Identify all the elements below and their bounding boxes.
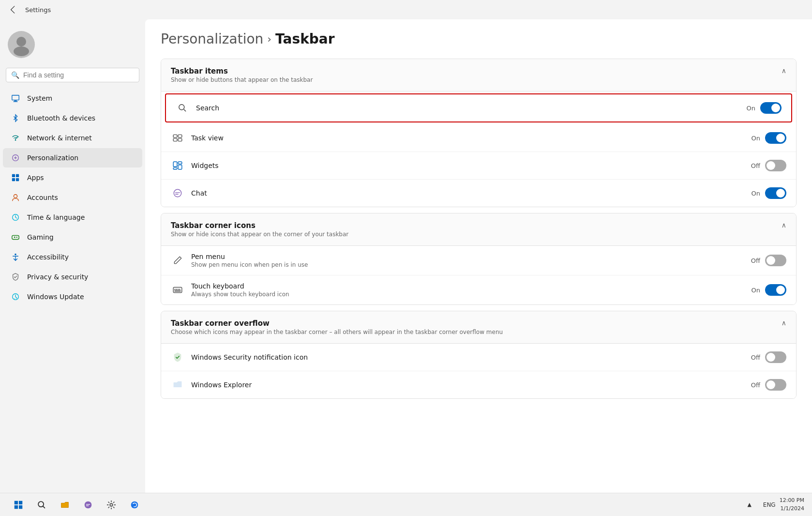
bluetooth-icon [11, 113, 20, 123]
sidebar: 🔍 System Bluetooth & devices [0, 19, 145, 493]
svg-rect-19 [178, 135, 182, 137]
svg-rect-31 [179, 289, 180, 290]
windows-taskbar: ▲ ENG 12:00 PM 1/1/2024 [0, 493, 812, 516]
taskbar-right: ▲ ENG 12:00 PM 1/1/2024 [740, 495, 804, 515]
sidebar-item-update[interactable]: Windows Update [3, 287, 142, 306]
sidebar-item-gaming[interactable]: Gaming [3, 228, 142, 247]
taskbar-settings-button[interactable] [101, 494, 122, 516]
setting-row-taskview: Task view On [161, 124, 796, 152]
sidebar-label-bluetooth: Bluetooth & devices [27, 114, 95, 122]
taskbar-chat-button[interactable] [77, 494, 99, 516]
setting-row-explorer: Windows Explorer Off [161, 371, 796, 398]
svg-rect-21 [178, 138, 182, 141]
search-input[interactable] [23, 71, 134, 79]
sidebar-label-personalization: Personalization [27, 154, 78, 162]
svg-point-17 [179, 105, 184, 110]
section-taskbar-items-chevron[interactable]: ∧ [782, 67, 786, 75]
security-toggle[interactable] [765, 351, 786, 363]
section-taskbar-items-title: Taskbar items [171, 67, 313, 76]
section-corner-overflow: Taskbar corner overflow Choose which ico… [161, 311, 797, 399]
setting-row-pen: Pen menu Show pen menu icon when pen is … [161, 246, 796, 275]
taskview-row-icon [171, 131, 184, 145]
taskbar-files-button[interactable] [54, 494, 75, 516]
sidebar-label-time: Time & language [27, 213, 85, 221]
system-tray-expand[interactable]: ▲ [740, 495, 759, 515]
time-icon [11, 212, 20, 222]
sidebar-label-accounts: Accounts [27, 194, 58, 201]
start-button[interactable] [8, 494, 29, 516]
svg-rect-8 [16, 174, 19, 177]
taskview-toggle[interactable] [765, 132, 786, 144]
gaming-icon [11, 232, 20, 242]
sidebar-item-time[interactable]: Time & language [3, 208, 142, 227]
pen-row-value: Off [751, 257, 760, 264]
search-box[interactable]: 🔍 [6, 68, 139, 82]
search-row-label: Search [196, 104, 747, 112]
breadcrumb: Personalization › Taskbar [161, 31, 797, 47]
svg-point-1 [14, 46, 29, 56]
section-corner-overflow-header[interactable]: Taskbar corner overflow Choose which ico… [161, 311, 796, 344]
pen-row-desc: Show pen menu icon when pen is in use [191, 261, 751, 268]
sidebar-item-system[interactable]: System [3, 89, 142, 108]
breadcrumb-current: Taskbar [275, 31, 334, 47]
keyboard-row-label: Touch keyboard [191, 282, 752, 290]
svg-rect-3 [14, 101, 16, 102]
svg-point-39 [110, 503, 113, 506]
sidebar-item-personalization[interactable]: Personalization [3, 148, 142, 167]
back-button[interactable] [8, 4, 19, 15]
widgets-row-value: Off [751, 162, 760, 169]
svg-point-15 [15, 254, 16, 256]
accessibility-icon [11, 252, 20, 262]
breadcrumb-parent: Personalization [161, 31, 263, 47]
accounts-icon [11, 193, 20, 202]
svg-point-14 [16, 237, 17, 238]
sidebar-item-accessibility[interactable]: Accessibility [3, 247, 142, 267]
taskview-row-label: Task view [191, 134, 752, 142]
svg-point-0 [16, 37, 26, 46]
avatar[interactable] [8, 31, 35, 58]
section-corner-icons-subtitle: Show or hide icons that appear on the co… [171, 231, 348, 238]
svg-rect-36 [19, 505, 22, 508]
svg-rect-34 [19, 501, 22, 504]
widgets-toggle[interactable] [765, 160, 786, 171]
pen-row-icon [171, 254, 184, 267]
section-corner-overflow-chevron[interactable]: ∧ [782, 319, 786, 327]
sidebar-item-bluetooth[interactable]: Bluetooth & devices [3, 108, 142, 128]
svg-rect-7 [12, 174, 15, 177]
chat-row-icon [171, 186, 184, 200]
svg-rect-2 [12, 95, 19, 100]
sidebar-item-network[interactable]: Network & internet [3, 128, 142, 148]
keyboard-toggle[interactable] [765, 284, 786, 296]
security-row-label: Windows Security notification icon [191, 353, 751, 361]
sidebar-label-update: Windows Update [27, 293, 84, 301]
pen-toggle[interactable] [765, 255, 786, 266]
title-bar: Settings [0, 0, 812, 19]
sidebar-label-system: System [27, 94, 52, 102]
taskview-row-value: On [752, 135, 760, 142]
sidebar-item-accounts[interactable]: Accounts [3, 188, 142, 207]
app-title: Settings [25, 6, 51, 14]
sidebar-item-privacy[interactable]: Privacy & security [3, 267, 142, 287]
sidebar-item-apps[interactable]: Apps [3, 168, 142, 187]
explorer-toggle[interactable] [765, 379, 786, 391]
system-icon [11, 93, 20, 103]
section-corner-overflow-subtitle: Choose which icons may appear in the tas… [171, 329, 503, 335]
section-taskbar-items-header[interactable]: Taskbar items Show or hide buttons that … [161, 59, 796, 91]
section-corner-icons-chevron[interactable]: ∧ [782, 221, 786, 229]
chat-toggle[interactable] [765, 187, 786, 199]
keyboard-row-value: On [752, 287, 760, 294]
search-toggle[interactable] [760, 102, 782, 114]
sidebar-nav: System Bluetooth & devices Network & int… [0, 88, 145, 489]
svg-rect-22 [173, 162, 177, 167]
taskbar-left [8, 494, 145, 516]
svg-rect-10 [16, 178, 19, 181]
taskbar-edge-button[interactable] [124, 494, 145, 516]
section-corner-icons-header[interactable]: Taskbar corner icons Show or hide icons … [161, 213, 796, 246]
taskbar-search-button[interactable] [31, 494, 52, 516]
svg-point-38 [85, 501, 92, 508]
taskbar-clock: 12:00 PM 1/1/2024 [780, 497, 804, 513]
user-avatar-area [0, 23, 145, 68]
setting-row-keyboard: Touch keyboard Always show touch keyboar… [161, 275, 796, 304]
keyboard-row-icon [171, 283, 184, 297]
setting-row-chat: Chat On [161, 180, 796, 207]
